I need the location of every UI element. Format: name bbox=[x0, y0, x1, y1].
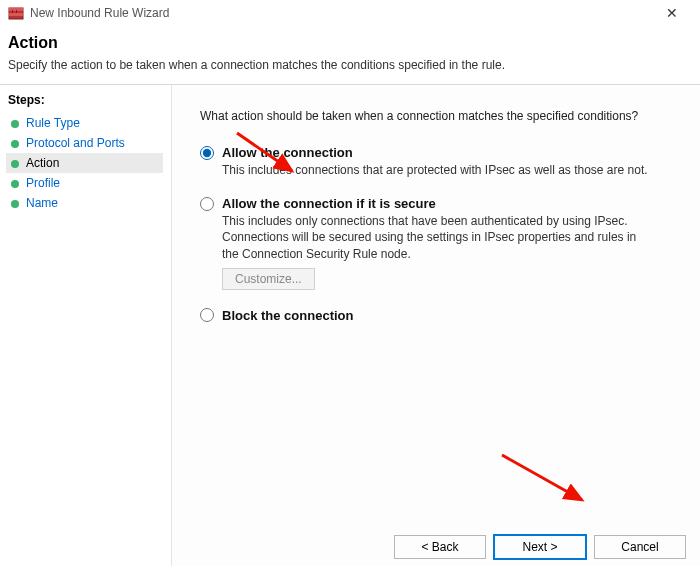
steps-sidebar: Steps: Rule Type Protocol and Ports Acti… bbox=[0, 85, 172, 566]
steps-heading: Steps: bbox=[6, 93, 163, 107]
main-content: What action should be taken when a conne… bbox=[172, 85, 700, 566]
customize-button: Customize... bbox=[222, 268, 315, 290]
next-button[interactable]: Next > bbox=[494, 535, 586, 559]
option-desc: This includes connections that are prote… bbox=[222, 162, 652, 178]
step-label: Rule Type bbox=[26, 116, 80, 130]
firewall-icon bbox=[8, 5, 24, 21]
svg-point-5 bbox=[11, 120, 19, 128]
option-label: Allow the connection bbox=[222, 145, 353, 160]
option-desc: This includes only connections that have… bbox=[222, 213, 652, 262]
bullet-icon bbox=[10, 138, 20, 148]
step-label: Name bbox=[26, 196, 58, 210]
svg-rect-3 bbox=[12, 10, 13, 13]
step-label: Protocol and Ports bbox=[26, 136, 125, 150]
page-title: Action bbox=[8, 34, 692, 52]
page-description: Specify the action to be taken when a co… bbox=[8, 58, 692, 72]
svg-point-7 bbox=[11, 160, 19, 168]
step-action[interactable]: Action bbox=[6, 153, 163, 173]
back-button[interactable]: < Back bbox=[394, 535, 486, 559]
step-name[interactable]: Name bbox=[6, 193, 163, 213]
option-allow: Allow the connection This includes conne… bbox=[200, 145, 680, 178]
step-label: Action bbox=[26, 156, 59, 170]
option-label: Allow the connection if it is secure bbox=[222, 196, 436, 211]
prompt-text: What action should be taken when a conne… bbox=[200, 109, 680, 123]
step-rule-type[interactable]: Rule Type bbox=[6, 113, 163, 133]
option-block: Block the connection bbox=[200, 308, 680, 323]
svg-rect-4 bbox=[16, 10, 17, 13]
cancel-button[interactable]: Cancel bbox=[594, 535, 686, 559]
wizard-header: Action Specify the action to be taken wh… bbox=[0, 26, 700, 84]
step-profile[interactable]: Profile bbox=[6, 173, 163, 193]
radio-allow[interactable] bbox=[200, 146, 214, 160]
window-title: New Inbound Rule Wizard bbox=[30, 6, 652, 20]
titlebar: New Inbound Rule Wizard ✕ bbox=[0, 0, 700, 26]
svg-line-11 bbox=[502, 455, 582, 500]
close-icon[interactable]: ✕ bbox=[652, 5, 692, 21]
bullet-icon bbox=[10, 158, 20, 168]
svg-point-9 bbox=[11, 200, 19, 208]
option-allow-secure: Allow the connection if it is secure Thi… bbox=[200, 196, 680, 290]
wizard-footer: < Back Next > Cancel bbox=[394, 535, 686, 559]
annotation-arrow-icon bbox=[492, 445, 602, 515]
svg-point-6 bbox=[11, 140, 19, 148]
bullet-icon bbox=[10, 178, 20, 188]
radio-block[interactable] bbox=[200, 308, 214, 322]
step-protocol-ports[interactable]: Protocol and Ports bbox=[6, 133, 163, 153]
option-label: Block the connection bbox=[222, 308, 353, 323]
svg-rect-2 bbox=[9, 13, 23, 16]
bullet-icon bbox=[10, 118, 20, 128]
step-label: Profile bbox=[26, 176, 60, 190]
radio-allow-secure[interactable] bbox=[200, 197, 214, 211]
svg-point-8 bbox=[11, 180, 19, 188]
bullet-icon bbox=[10, 198, 20, 208]
